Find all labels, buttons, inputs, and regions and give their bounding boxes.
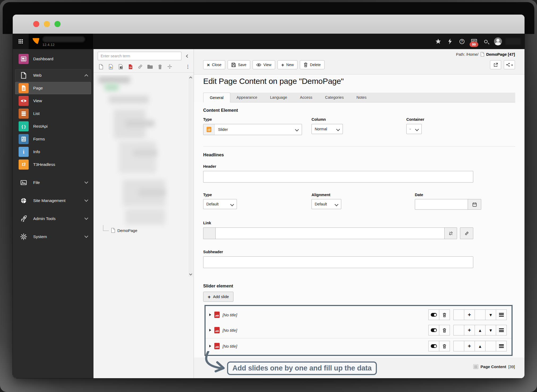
expand-record-icon[interactable] (209, 345, 211, 347)
recycler-drag-handle[interactable] (157, 63, 163, 70)
sidebar-item-view[interactable]: View (15, 95, 91, 107)
zoom-window-button[interactable] (54, 21, 61, 27)
date-picker-button[interactable] (468, 199, 481, 210)
delete-record-button[interactable] (439, 309, 450, 320)
alignment-select[interactable]: Default (312, 199, 341, 209)
close-button[interactable]: Close (203, 60, 225, 69)
subheader-input[interactable] (203, 256, 473, 268)
date-label: Date (415, 193, 515, 197)
page-icon (19, 83, 29, 93)
spacer-drag-handle[interactable] (167, 63, 173, 70)
view-button[interactable]: View (253, 60, 275, 69)
new-button[interactable]: New (278, 60, 297, 69)
move-down-button[interactable] (485, 325, 496, 335)
plus-icon (281, 62, 284, 67)
tab-appearance[interactable]: Appearance (230, 93, 264, 102)
delete-record-button[interactable] (439, 341, 450, 351)
link-icon (464, 231, 469, 236)
date-input[interactable] (415, 199, 468, 210)
link-browser-button[interactable] (460, 227, 473, 239)
module-menu-button[interactable] (13, 34, 29, 49)
delete-record-button[interactable] (439, 325, 450, 335)
tab-categories[interactable]: Categories (319, 93, 350, 102)
sidebar-item-info[interactable]: i Info (15, 146, 91, 158)
minimize-window-button[interactable] (44, 21, 50, 27)
chevron-up-icon (84, 74, 88, 78)
move-down-button[interactable] (485, 341, 496, 351)
breadcrumb: Path: /Home/ DemoPage [47] (456, 52, 515, 57)
toggle-visibility-button[interactable] (428, 325, 439, 335)
new-page-drag-handle[interactable] (98, 63, 104, 70)
new-shortcut-page-drag-handle[interactable] (117, 63, 124, 70)
expand-record-icon[interactable] (209, 313, 211, 316)
trash-icon (442, 313, 446, 317)
sidebar-item-list[interactable]: List (15, 107, 91, 120)
tab-general[interactable]: General (203, 93, 230, 102)
move-up-button[interactable] (475, 325, 485, 335)
search-button[interactable] (480, 34, 492, 49)
slide-record-icon (214, 327, 220, 333)
tree-more-button[interactable] (185, 63, 191, 70)
sidebar-group-system[interactable]: System (15, 231, 91, 243)
move-down-button[interactable] (485, 309, 496, 320)
open-in-new-window-button[interactable] (490, 60, 501, 69)
save-button[interactable]: Save (228, 60, 250, 69)
tab-language[interactable]: Language (264, 93, 294, 102)
user-menu-button[interactable] (492, 34, 504, 49)
new-record-button[interactable] (464, 309, 475, 320)
sidebar-item-restapi[interactable]: { } RestApi (15, 120, 91, 132)
tree-node-demopage[interactable]: DemoPage (103, 228, 137, 233)
header-input[interactable] (203, 171, 473, 183)
slide-record-row: [No title] (208, 339, 509, 353)
expand-record-icon[interactable] (209, 329, 211, 331)
move-up-button[interactable] (475, 309, 485, 320)
move-up-button[interactable] (475, 341, 485, 351)
drag-handle[interactable] (496, 341, 507, 351)
tab-access[interactable]: Access (293, 93, 319, 102)
tree-search-input[interactable] (98, 52, 181, 60)
unlink-button[interactable] (445, 227, 457, 239)
bookmarks-button[interactable] (432, 34, 444, 49)
help-button[interactable] (456, 34, 468, 49)
link-tool-icon-wrap[interactable] (137, 63, 143, 70)
annotation-callout: Add slides one by one and fill up the da… (227, 361, 377, 375)
add-slide-button[interactable]: Add slide (203, 292, 233, 302)
tree-scrollbar[interactable] (189, 75, 193, 277)
collapse-tree-button[interactable] (184, 53, 191, 59)
new-link-page-drag-handle[interactable] (127, 63, 134, 70)
sidebar-item-t3headless[interactable]: t3 T3Headless (15, 158, 91, 171)
sidebar-group-site-management[interactable]: Site Management (15, 195, 91, 207)
new-page-users-drag-handle[interactable] (108, 63, 114, 70)
ctype-select[interactable]: t3 Slider (203, 124, 302, 135)
toggle-icon (431, 313, 437, 317)
toggle-visibility-button[interactable] (428, 309, 439, 320)
new-record-button[interactable] (464, 341, 475, 351)
new-record-button[interactable] (464, 325, 475, 335)
dashboard-icon (19, 54, 29, 64)
tab-content-panel: Content Element Type Column Container t3… (194, 102, 525, 357)
sidebar-group-web[interactable]: Web (15, 69, 91, 81)
container-select[interactable]: - (406, 124, 422, 134)
column-select[interactable]: Normal (312, 124, 343, 134)
sidebar-group-file[interactable]: File (15, 176, 91, 189)
clear-cache-button[interactable] (444, 34, 456, 49)
container-value: - (410, 127, 411, 131)
link-input[interactable] (215, 227, 445, 239)
toggle-visibility-button[interactable] (428, 341, 439, 351)
module-sidebar: Dashboard Web Page (13, 49, 93, 378)
drag-handle[interactable] (496, 325, 507, 335)
system-information-button[interactable]: 99 (468, 34, 480, 49)
save-label: Save (238, 63, 246, 67)
sidebar-item-page[interactable]: Page (15, 82, 91, 94)
sidebar-item-dashboard[interactable]: Dashboard (15, 53, 91, 65)
close-window-button[interactable] (33, 21, 39, 27)
record-count: [39] (508, 364, 515, 369)
share-button[interactable] (504, 60, 515, 69)
delete-button[interactable]: Delete (300, 60, 324, 69)
headline-type-select[interactable]: Default (203, 199, 237, 209)
drag-handle[interactable] (496, 309, 507, 320)
sidebar-item-forms[interactable]: Forms (15, 133, 91, 145)
tab-notes[interactable]: Notes (350, 93, 373, 102)
sidebar-group-admin-tools[interactable]: Admin Tools (15, 213, 91, 225)
new-folder-drag-handle[interactable] (147, 63, 153, 70)
